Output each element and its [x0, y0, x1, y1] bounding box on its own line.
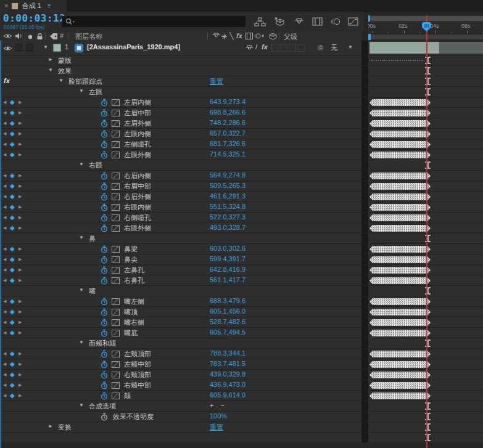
property-value[interactable]: 436.9,473.0: [210, 381, 246, 388]
track-area[interactable]: [368, 202, 483, 212]
close-icon[interactable]: ×: [4, 2, 8, 9]
track-area[interactable]: [368, 370, 483, 380]
keyframes-bar[interactable]: [369, 214, 431, 221]
graph-editor-icon[interactable]: [345, 16, 360, 27]
stopwatch-icon[interactable]: [101, 182, 108, 190]
pane-divider[interactable]: [361, 244, 368, 254]
keyframe-diamond[interactable]: ◆: [10, 204, 15, 210]
property-value[interactable]: 509.5,265.3: [210, 182, 246, 189]
track-area[interactable]: [368, 328, 483, 338]
prev-keyframe-button[interactable]: ◀: [3, 267, 6, 272]
timeline-row[interactable]: ▼面颊和颏: [0, 338, 483, 349]
track-area[interactable]: [368, 296, 483, 306]
track-area[interactable]: [368, 286, 483, 296]
prev-keyframe-button[interactable]: ◀: [3, 142, 6, 146]
keyframe-diamond[interactable]: ◆: [10, 173, 15, 179]
twirl-right-icon[interactable]: ►: [48, 57, 53, 62]
keyframe-diamond[interactable]: ◆: [10, 361, 15, 367]
timeline-row[interactable]: ▼合成选项+ −: [0, 401, 483, 412]
graph-icon[interactable]: [112, 131, 120, 137]
stopwatch-icon[interactable]: [101, 277, 108, 285]
prev-keyframe-button[interactable]: ◀: [3, 320, 6, 324]
stopwatch-icon[interactable]: [101, 99, 108, 107]
twirl-down-icon[interactable]: ▼: [43, 45, 48, 50]
keyframes-bar[interactable]: [369, 351, 431, 357]
timeline-row[interactable]: ▼鼻: [0, 234, 483, 244]
next-keyframe-button[interactable]: ▶: [19, 184, 22, 188]
keyframes-bar[interactable]: [369, 393, 431, 399]
frame-blending-icon[interactable]: [310, 16, 324, 27]
timeline-row[interactable]: [0, 433, 483, 443]
timeline-row[interactable]: ▼右眼: [0, 160, 483, 171]
fx-icon[interactable]: fx: [236, 32, 242, 39]
keyframes-bar[interactable]: [369, 204, 431, 211]
track-area[interactable]: [368, 118, 483, 128]
pane-divider[interactable]: [361, 391, 368, 401]
stopwatch-icon[interactable]: [101, 214, 108, 222]
graph-icon[interactable]: [112, 120, 120, 127]
property-value[interactable]: 714.5,325.1: [210, 150, 246, 158]
property-label[interactable]: 左眼内侧: [124, 129, 151, 139]
prev-keyframe-button[interactable]: ◀: [3, 205, 6, 209]
property-value[interactable]: 439.0,329.8: [210, 370, 246, 378]
pane-divider[interactable]: [361, 265, 368, 275]
pane-divider[interactable]: [361, 171, 368, 181]
pane-divider[interactable]: [361, 380, 368, 390]
property-label[interactable]: 左眉中部: [124, 108, 151, 118]
keyframes-bar[interactable]: [369, 246, 431, 253]
twirl-down-icon[interactable]: ▼: [79, 235, 84, 240]
prev-keyframe-button[interactable]: ◀: [3, 393, 6, 397]
keyframe-diamond[interactable]: ◆: [10, 141, 15, 147]
property-label[interactable]: 右侧瞳孔: [124, 213, 151, 222]
track-area[interactable]: [368, 401, 483, 411]
stopwatch-icon[interactable]: [101, 224, 108, 232]
keyframe-diamond[interactable]: ◆: [10, 277, 15, 283]
keyframes-bar[interactable]: [369, 110, 431, 116]
graph-icon[interactable]: [112, 277, 120, 284]
property-label[interactable]: 嘴底: [124, 328, 138, 338]
property-label[interactable]: 左鼻孔: [124, 266, 144, 275]
next-keyframe-button[interactable]: ▶: [19, 351, 22, 356]
prev-keyframe-button[interactable]: ◀: [3, 215, 6, 219]
keyframe-diamond[interactable]: ◆: [10, 319, 15, 325]
stopwatch-icon[interactable]: [101, 203, 108, 211]
property-value[interactable]: 688.3,479.6: [210, 297, 246, 304]
adjustment-layer-icon[interactable]: ◐: [262, 32, 265, 39]
property-value[interactable]: 561.1,417.7: [210, 276, 246, 283]
next-keyframe-button[interactable]: ▶: [19, 205, 22, 209]
group-label[interactable]: 右眼: [89, 161, 102, 170]
timeline-row[interactable]: ◀◆▶左鼻孔642.8,416.9: [0, 265, 483, 275]
keyframes-bar[interactable]: [369, 183, 431, 190]
keyframes-bar[interactable]: [369, 131, 431, 137]
timeline-row[interactable]: ◀◆▶颏605.9,614.0: [0, 391, 483, 401]
track-area[interactable]: [368, 317, 483, 327]
property-value[interactable]: 783.7,481.5: [210, 360, 246, 367]
current-timecode[interactable]: 0:00:03:12: [3, 12, 65, 24]
timeline-row[interactable]: ▼左眼: [0, 87, 483, 97]
keyframe-diamond[interactable]: ◆: [10, 99, 15, 105]
pane-divider[interactable]: [361, 370, 368, 380]
next-keyframe-button[interactable]: ▶: [19, 246, 22, 251]
graph-icon[interactable]: [112, 267, 120, 274]
property-label[interactable]: 右颊顶部: [124, 370, 151, 380]
graph-icon[interactable]: [112, 173, 120, 179]
stopwatch-icon[interactable]: [101, 256, 108, 264]
property-value[interactable]: 599.4,391.7: [210, 255, 246, 263]
search-input[interactable]: [62, 16, 246, 27]
pane-divider[interactable]: [361, 66, 368, 76]
timeline-row[interactable]: ◀◆▶左眉内侧643.9,273.4: [0, 97, 483, 108]
prev-keyframe-button[interactable]: ◀: [3, 351, 6, 356]
track-area[interactable]: [368, 349, 483, 359]
group-label[interactable]: 效果: [58, 67, 72, 76]
pane-divider[interactable]: [361, 328, 368, 338]
pane-divider[interactable]: [361, 192, 368, 202]
keyframe-diamond[interactable]: ◆: [10, 382, 15, 388]
frame-blend-cell[interactable]: [271, 44, 279, 52]
fx-toggle[interactable]: fx: [262, 43, 268, 51]
stopwatch-icon[interactable]: [101, 120, 108, 128]
track-area[interactable]: [368, 255, 483, 264]
property-label[interactable]: 右眼内侧: [124, 203, 151, 212]
property-value[interactable]: 564.9,274.8: [210, 171, 246, 179]
property-value[interactable]: 642.8,416.9: [210, 266, 246, 273]
layer-bar-active[interactable]: [369, 42, 439, 54]
